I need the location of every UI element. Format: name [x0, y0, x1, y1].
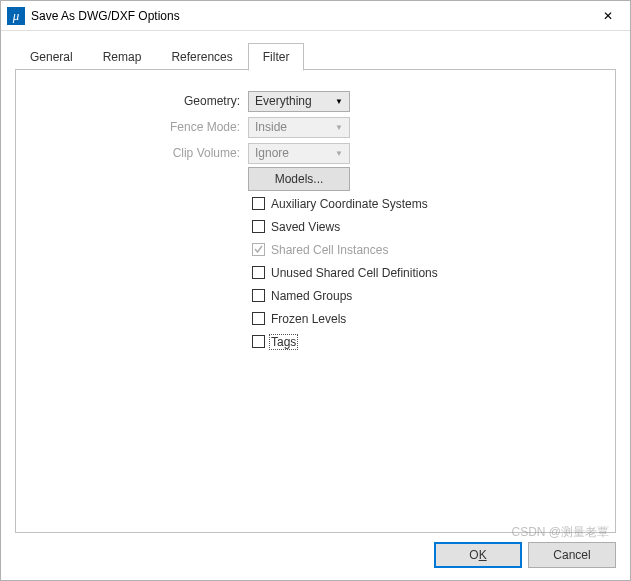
frozen-levels-checkbox[interactable]: [252, 312, 265, 325]
aux-coord-checkbox[interactable]: [252, 197, 265, 210]
clip-volume-label: Clip Volume:: [16, 146, 248, 160]
saved-views-checkbox[interactable]: [252, 220, 265, 233]
close-icon: ✕: [603, 9, 613, 23]
named-groups-checkbox[interactable]: [252, 289, 265, 302]
cancel-button[interactable]: Cancel: [528, 542, 616, 568]
tab-general[interactable]: General: [15, 43, 88, 70]
filter-panel: Geometry: Everything▼ Fence Mode: Inside…: [15, 69, 616, 533]
app-icon: μ: [7, 7, 25, 25]
fence-mode-select: Inside▼: [248, 117, 350, 138]
frozen-levels-label: Frozen Levels: [271, 312, 346, 326]
models-button[interactable]: Models...: [248, 167, 350, 191]
tags-checkbox[interactable]: [252, 335, 265, 348]
close-button[interactable]: ✕: [586, 1, 630, 31]
tab-filter[interactable]: Filter: [248, 43, 305, 71]
aux-coord-label: Auxiliary Coordinate Systems: [271, 197, 428, 211]
chevron-down-icon: ▼: [335, 149, 343, 158]
tab-remap[interactable]: Remap: [88, 43, 157, 70]
fence-mode-label: Fence Mode:: [16, 120, 248, 134]
shared-cell-instances-label: Shared Cell Instances: [271, 243, 388, 257]
tab-strip: General Remap References Filter: [15, 43, 616, 70]
dialog-button-bar: OK Cancel: [1, 534, 630, 580]
ok-button[interactable]: OK: [434, 542, 522, 568]
geometry-label: Geometry:: [16, 94, 248, 108]
chevron-down-icon: ▼: [335, 123, 343, 132]
clip-volume-select: Ignore▼: [248, 143, 350, 164]
unused-shared-cell-checkbox[interactable]: [252, 266, 265, 279]
window-title: Save As DWG/DXF Options: [31, 9, 586, 23]
geometry-select[interactable]: Everything▼: [248, 91, 350, 112]
named-groups-label: Named Groups: [271, 289, 352, 303]
shared-cell-instances-checkbox: [252, 243, 265, 256]
tags-label: Tags: [269, 334, 298, 350]
title-bar: μ Save As DWG/DXF Options ✕: [1, 1, 630, 31]
unused-shared-cell-label: Unused Shared Cell Definitions: [271, 266, 438, 280]
tab-references[interactable]: References: [156, 43, 247, 70]
chevron-down-icon: ▼: [335, 97, 343, 106]
saved-views-label: Saved Views: [271, 220, 340, 234]
